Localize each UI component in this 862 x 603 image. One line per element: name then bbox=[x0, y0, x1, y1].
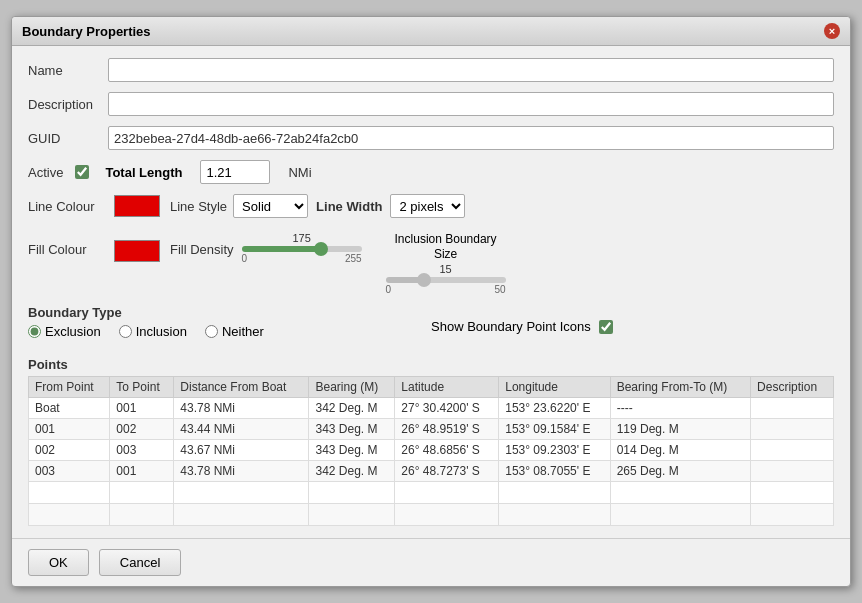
active-label: Active bbox=[28, 165, 63, 180]
table-cell: 43.44 NMi bbox=[174, 418, 309, 439]
table-cell-empty bbox=[499, 481, 610, 503]
dialog-titlebar: Boundary Properties × bbox=[12, 17, 850, 46]
line-colour-row: Line Colour Line Style Solid Dashed Dott… bbox=[28, 194, 834, 218]
fill-density-slider[interactable] bbox=[242, 246, 362, 252]
table-cell-empty bbox=[110, 481, 174, 503]
table-cell-empty bbox=[610, 503, 750, 525]
table-cell: 43.78 NMi bbox=[174, 460, 309, 481]
line-style-select[interactable]: Solid Dashed Dotted bbox=[233, 194, 308, 218]
description-input[interactable] bbox=[108, 92, 834, 116]
table-cell: 001 bbox=[29, 418, 110, 439]
table-cell bbox=[751, 460, 834, 481]
radio-inclusion[interactable]: Inclusion bbox=[119, 324, 187, 339]
radio-inclusion-input[interactable] bbox=[119, 325, 132, 338]
points-table: From Point To Point Distance From Boat B… bbox=[28, 376, 834, 526]
guid-input[interactable] bbox=[108, 126, 834, 150]
total-length-label: Total Length bbox=[105, 165, 182, 180]
col-bearing-m: Bearing (M) bbox=[309, 376, 395, 397]
boundary-type-radio-group: Exclusion Inclusion Neither bbox=[28, 324, 431, 339]
table-cell: 153° 23.6220' E bbox=[499, 397, 610, 418]
dialog-body: Name Description GUID Active Total Lengt… bbox=[12, 46, 850, 538]
table-cell bbox=[751, 397, 834, 418]
table-cell: 153° 09.1584' E bbox=[499, 418, 610, 439]
incl-boundary-label-row: Inclusion Boundary Size bbox=[386, 232, 506, 261]
description-row: Description bbox=[28, 92, 834, 116]
radio-inclusion-label: Inclusion bbox=[136, 324, 187, 339]
table-cell: 153° 09.2303' E bbox=[499, 439, 610, 460]
radio-neither-input[interactable] bbox=[205, 325, 218, 338]
incl-boundary-size-label: Inclusion Boundary Size bbox=[386, 232, 506, 261]
table-cell: 26° 48.7273' S bbox=[395, 460, 499, 481]
table-cell-empty bbox=[174, 481, 309, 503]
table-cell-empty bbox=[395, 503, 499, 525]
table-cell: Boat bbox=[29, 397, 110, 418]
radio-neither-label: Neither bbox=[222, 324, 264, 339]
line-style-label: Line Style bbox=[170, 199, 227, 214]
table-cell: 27° 30.4200' S bbox=[395, 397, 499, 418]
table-cell bbox=[751, 418, 834, 439]
table-cell: 26° 48.6856' S bbox=[395, 439, 499, 460]
active-row: Active Total Length NMi bbox=[28, 160, 834, 184]
table-row[interactable]: Boat00143.78 NMi342 Deg. M27° 30.4200' S… bbox=[29, 397, 834, 418]
table-cell-empty bbox=[610, 481, 750, 503]
radio-neither[interactable]: Neither bbox=[205, 324, 264, 339]
show-boundary-row: Show Boundary Point Icons bbox=[431, 319, 834, 334]
fill-density-min: 0 bbox=[242, 253, 248, 264]
fill-colour-label: Fill Colour bbox=[28, 232, 108, 257]
incl-boundary-max: 50 bbox=[494, 284, 505, 295]
col-to-point: To Point bbox=[110, 376, 174, 397]
table-row[interactable]: 00200343.67 NMi343 Deg. M26° 48.6856' S1… bbox=[29, 439, 834, 460]
table-header-row: From Point To Point Distance From Boat B… bbox=[29, 376, 834, 397]
ok-button[interactable]: OK bbox=[28, 549, 89, 576]
incl-boundary-minmax: 0 50 bbox=[386, 284, 506, 295]
table-cell-empty bbox=[499, 503, 610, 525]
close-button[interactable]: × bbox=[824, 23, 840, 39]
dialog-title: Boundary Properties bbox=[22, 24, 151, 39]
fill-density-slider-container: 175 0 255 bbox=[242, 232, 362, 264]
fill-colour-swatch[interactable] bbox=[114, 240, 160, 262]
boundary-type-section: Boundary Type Exclusion Inclusion Neithe… bbox=[28, 305, 431, 339]
table-cell-empty bbox=[309, 481, 395, 503]
table-cell: 343 Deg. M bbox=[309, 439, 395, 460]
dialog-footer: OK Cancel bbox=[12, 538, 850, 586]
table-cell: 342 Deg. M bbox=[309, 460, 395, 481]
table-cell-empty bbox=[110, 503, 174, 525]
table-row[interactable]: 00100243.44 NMi343 Deg. M26° 48.9519' S1… bbox=[29, 418, 834, 439]
line-colour-swatch[interactable] bbox=[114, 195, 160, 217]
incl-boundary-slider[interactable] bbox=[386, 277, 506, 283]
fill-density-label: Fill Density bbox=[170, 232, 234, 257]
boundary-type-show-row: Boundary Type Exclusion Inclusion Neithe… bbox=[28, 305, 834, 349]
fill-colour-row: Fill Colour Fill Density 175 0 255 Inclu… bbox=[28, 228, 834, 295]
table-cell-empty bbox=[751, 503, 834, 525]
table-cell: 43.78 NMi bbox=[174, 397, 309, 418]
radio-exclusion-input[interactable] bbox=[28, 325, 41, 338]
show-boundary-checkbox[interactable] bbox=[599, 320, 613, 334]
radio-exclusion[interactable]: Exclusion bbox=[28, 324, 101, 339]
active-checkbox[interactable] bbox=[75, 165, 89, 179]
table-cell: 003 bbox=[110, 439, 174, 460]
name-label: Name bbox=[28, 63, 108, 78]
cancel-button[interactable]: Cancel bbox=[99, 549, 181, 576]
line-colour-label: Line Colour bbox=[28, 199, 108, 214]
table-cell: 43.67 NMi bbox=[174, 439, 309, 460]
line-width-label: Line Width bbox=[316, 199, 382, 214]
table-cell-empty bbox=[395, 481, 499, 503]
total-length-input[interactable] bbox=[200, 160, 270, 184]
table-cell: 001 bbox=[110, 460, 174, 481]
table-cell: 153° 08.7055' E bbox=[499, 460, 610, 481]
incl-boundary-container: Inclusion Boundary Size 15 0 50 bbox=[386, 232, 506, 295]
table-cell-empty bbox=[29, 503, 110, 525]
points-label: Points bbox=[28, 357, 834, 372]
table-row[interactable]: 00300143.78 NMi342 Deg. M26° 48.7273' S1… bbox=[29, 460, 834, 481]
table-cell-empty bbox=[174, 503, 309, 525]
incl-boundary-min: 0 bbox=[386, 284, 392, 295]
table-cell bbox=[751, 439, 834, 460]
name-input[interactable] bbox=[108, 58, 834, 82]
guid-row: GUID bbox=[28, 126, 834, 150]
table-cell: ---- bbox=[610, 397, 750, 418]
table-cell: 343 Deg. M bbox=[309, 418, 395, 439]
line-width-select[interactable]: 1 pixels 2 pixels 3 pixels 4 pixels bbox=[390, 194, 465, 218]
col-from-point: From Point bbox=[29, 376, 110, 397]
description-label: Description bbox=[28, 97, 108, 112]
boundary-properties-dialog: Boundary Properties × Name Description G… bbox=[11, 16, 851, 587]
